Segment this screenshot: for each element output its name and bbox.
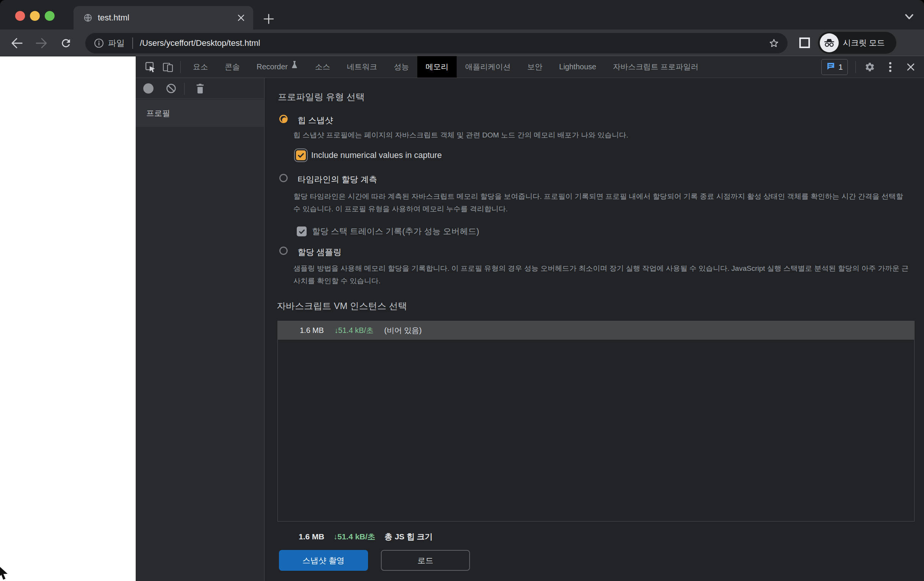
side-panel-icon[interactable]	[798, 36, 811, 49]
devtools-tab-bar: 요소 콘솔 Recorder 소스 네트워크 성능 메모리 애플리케이션 보안 …	[136, 56, 924, 78]
checkbox-stack-traces[interactable]	[297, 227, 307, 236]
checkbox-include-numerical[interactable]	[296, 150, 306, 160]
profiles-toolbar	[136, 78, 264, 99]
radio-allocation-timeline[interactable]	[279, 174, 288, 182]
vm-instances-heading: 자바스크립트 VM 인스턴스 선택	[277, 300, 407, 312]
address-bar[interactable]: 파일 /Users/yceffort/Desktop/test.html	[85, 33, 787, 53]
devtools-tab-console[interactable]: 콘솔	[216, 56, 248, 77]
toolbar-divider	[855, 61, 856, 73]
incognito-badge: 시크릿 모드	[818, 32, 896, 54]
incognito-icon	[820, 33, 839, 52]
devtools-tab-performance[interactable]: 성능	[385, 56, 417, 77]
forward-button[interactable]	[35, 37, 48, 49]
issues-icon	[826, 62, 835, 72]
devtools-menu-icon[interactable]	[884, 61, 897, 74]
sidebar-item-profiles[interactable]: 프로필	[136, 100, 264, 127]
radio-allocation-sampling-label[interactable]: 할당 샘플링	[297, 247, 342, 258]
tab-search-chevron-icon[interactable]	[904, 13, 915, 21]
allocation-sampling-description: 샘플링 방법을 사용해 메모리 할당을 기록합니다. 이 프로필 유형의 경우 …	[293, 262, 911, 287]
devtools-tab-recorder[interactable]: Recorder	[248, 56, 307, 77]
toolbar-divider	[180, 61, 181, 73]
vm-instance-row[interactable]: 1.6 MB ↓51.4 kB/초 (비어 있음)	[278, 321, 914, 340]
down-arrow-icon: ↓	[334, 326, 338, 334]
new-tab-button[interactable]	[262, 13, 275, 25]
devtools-tab-js-profiler[interactable]: 자바스크립트 프로파일러	[604, 56, 707, 77]
url-text[interactable]: /Users/yceffort/Desktop/test.html	[140, 33, 260, 53]
checkbox-include-numerical-label[interactable]: Include numerical values in capture	[311, 150, 442, 161]
total-change-rate: ↓51.4 kB/초	[333, 532, 376, 542]
allocation-timeline-description: 할당 타임라인은 시간에 따라 계측된 자바스크립트 메모리 할당을 보여줍니다…	[293, 190, 911, 215]
devtools-tab-sources[interactable]: 소스	[307, 56, 338, 77]
screen: test.html 파일 /Users/yceffor	[0, 0, 924, 581]
devtools-tab-lighthouse[interactable]: Lighthouse	[551, 56, 604, 77]
devtools-tab-security[interactable]: 보안	[519, 56, 551, 77]
record-profile-button[interactable]	[143, 83, 153, 94]
browser-tab[interactable]: test.html	[74, 6, 253, 30]
devtools-panel: 요소 콘솔 Recorder 소스 네트워크 성능 메모리 애플리케이션 보안 …	[136, 56, 924, 581]
inspect-element-icon[interactable]	[144, 61, 157, 74]
radio-allocation-sampling[interactable]	[279, 247, 288, 255]
vm-instance-state: (비어 있음)	[384, 325, 422, 336]
globe-icon	[83, 13, 92, 22]
toolbar-divider	[184, 82, 185, 95]
heap-snapshot-description: 힙 스냅샷 프로필에는 페이지의 자바스크립트 객체 및 관련 DOM 노드 간…	[293, 129, 911, 141]
incognito-label: 시크릿 모드	[843, 32, 885, 54]
profiling-type-heading: 프로파일링 유형 선택	[278, 91, 365, 103]
devtools-sidebar: 프로필	[136, 78, 264, 581]
clear-profiles-icon[interactable]	[166, 83, 176, 94]
total-heap-size-label: 총 JS 힙 크기	[385, 532, 433, 542]
radio-heap-snapshot[interactable]	[279, 115, 288, 123]
tab-close-icon[interactable]	[236, 13, 246, 22]
url-separator	[132, 38, 133, 49]
delete-profile-icon[interactable]	[195, 83, 205, 94]
checkbox-stack-traces-label[interactable]: 할당 스택 트레이스 기록(추가 성능 오버헤드)	[312, 226, 479, 237]
vm-heap-size: 1.6 MB	[300, 326, 323, 335]
devtools-tab-network[interactable]: 네트워크	[338, 56, 385, 77]
close-window-button[interactable]	[15, 11, 25, 21]
radio-heap-snapshot-label[interactable]: 힙 스냅샷	[297, 115, 333, 126]
devtools-tab-application[interactable]: 애플리케이션	[457, 56, 519, 77]
tab-title: test.html	[98, 6, 129, 30]
total-heap-size-row: 1.6 MB ↓51.4 kB/초 총 JS 힙 크기	[299, 532, 433, 542]
load-button[interactable]: 로드	[381, 550, 470, 571]
page-content	[0, 56, 136, 581]
memory-panel: 프로파일링 유형 선택 힙 스냅샷 힙 스냅샷 프로필에는 페이지의 자바스크립…	[265, 78, 924, 581]
profiles-header-label: 프로필	[146, 108, 170, 119]
browser-toolbar: 파일 /Users/yceffort/Desktop/test.html 시크릿…	[0, 30, 924, 56]
back-button[interactable]	[11, 37, 23, 49]
issues-counter[interactable]: 1	[821, 59, 848, 75]
browser-tab-strip: test.html	[0, 0, 924, 30]
info-icon[interactable]	[94, 38, 104, 48]
device-toolbar-icon[interactable]	[162, 61, 174, 74]
flask-icon	[291, 56, 298, 77]
down-arrow-icon: ↓	[333, 532, 338, 541]
vm-instances-table: 1.6 MB ↓51.4 kB/초 (비어 있음)	[277, 321, 914, 522]
fullscreen-window-button[interactable]	[45, 11, 54, 21]
url-scheme-label: 파일	[108, 33, 125, 53]
bookmark-star-icon[interactable]	[769, 38, 779, 48]
browser-menu-icon[interactable]	[908, 37, 910, 49]
mouse-cursor	[0, 566, 11, 581]
take-snapshot-button[interactable]: 스냅샷 촬영	[279, 550, 368, 571]
minimize-window-button[interactable]	[30, 11, 40, 21]
issues-count: 1	[838, 63, 843, 72]
total-heap-size: 1.6 MB	[299, 532, 324, 541]
devtools-tab-elements[interactable]: 요소	[185, 56, 216, 77]
settings-gear-icon[interactable]	[863, 61, 876, 74]
devtools-close-icon[interactable]	[904, 61, 917, 74]
devtools-tab-memory[interactable]: 메모리	[417, 56, 457, 77]
vm-change-rate: ↓51.4 kB/초	[334, 325, 373, 336]
reload-button[interactable]	[60, 37, 73, 49]
radio-allocation-timeline-label[interactable]: 타임라인의 할당 계측	[297, 174, 377, 185]
